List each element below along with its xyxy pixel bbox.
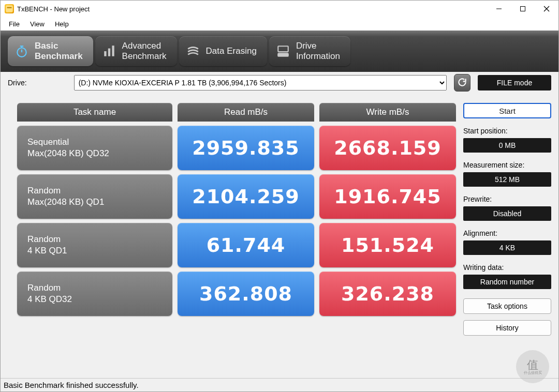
status-text: Basic Benchmark finished successfully.: [4, 381, 139, 389]
file-mode-button[interactable]: FILE mode: [478, 75, 551, 91]
write-value: 326.238: [319, 272, 456, 316]
task-line1: Random: [27, 234, 162, 245]
task-cell: Random 4 KB QD32: [17, 272, 172, 316]
header-row: Task name Read mB/s Write mB/s: [17, 103, 456, 122]
drive-select[interactable]: (D:) NVMe KIOXIA-EXCERIA P 1.81 TB (3,90…: [74, 75, 447, 91]
close-button[interactable]: [535, 1, 558, 17]
measurement-size-value[interactable]: 512 MB: [463, 172, 551, 187]
svg-rect-10: [104, 51, 106, 56]
nav-label: Information: [296, 51, 340, 62]
prewrite-value[interactable]: Disabled: [463, 206, 551, 221]
drive-row: Drive: (D:) NVMe KIOXIA-EXCERIA P 1.81 T…: [1, 72, 558, 94]
results-panel: Task name Read mB/s Write mB/s Sequentia…: [17, 103, 456, 374]
read-value: 2959.835: [178, 126, 314, 170]
start-button[interactable]: Start: [463, 103, 551, 118]
svg-rect-3: [521, 7, 525, 11]
start-position-value[interactable]: 0 MB: [463, 138, 551, 153]
erase-icon: [186, 44, 200, 58]
task-cell: Random 4 KB QD1: [17, 223, 172, 267]
menu-bar: File View Help: [1, 17, 558, 31]
svg-rect-0: [6, 5, 13, 12]
title-bar: TxBENCH - New project: [1, 1, 558, 17]
task-options-button[interactable]: Task options: [463, 298, 551, 314]
history-button[interactable]: History: [463, 320, 551, 336]
app-icon: [5, 4, 14, 13]
write-value: 151.524: [319, 223, 456, 267]
read-value: 2104.259: [178, 174, 314, 219]
task-line2: 4 KB QD32: [27, 294, 162, 305]
writing-data-label: Writing data:: [463, 263, 551, 272]
tab-advanced-benchmark[interactable]: AdvancedBenchmark: [95, 36, 177, 66]
app-window: TxBENCH - New project File View Help Bas…: [0, 0, 559, 392]
alignment-value[interactable]: 4 KB: [463, 240, 551, 255]
task-cell: Random Max(2048 KB) QD1: [17, 174, 172, 219]
task-line1: Random: [27, 185, 162, 197]
nav-label: Basic: [35, 41, 83, 51]
bar-chart-icon: [102, 44, 116, 58]
status-bar: Basic Benchmark finished successfully.: [1, 378, 558, 391]
task-cell: Sequential Max(2048 KB) QD32: [17, 126, 172, 170]
refresh-icon: [457, 77, 467, 89]
menu-file[interactable]: File: [4, 19, 25, 29]
header-write: Write mB/s: [319, 103, 456, 122]
tab-drive-information[interactable]: DriveInformation: [269, 36, 350, 66]
svg-rect-11: [108, 49, 110, 56]
task-line2: Max(2048 KB) QD32: [27, 148, 162, 159]
svg-point-15: [286, 54, 287, 55]
result-row: Random Max(2048 KB) QD1 2104.259 1916.74…: [17, 174, 456, 219]
result-row: Random 4 KB QD32 362.808 326.238: [17, 272, 456, 316]
side-panel: Start Start position: 0 MB Measurement s…: [463, 103, 551, 374]
prewrite-label: Prewrite:: [463, 195, 551, 203]
tab-basic-benchmark[interactable]: BasicBenchmark: [8, 36, 93, 66]
window-controls: [487, 1, 558, 17]
task-line2: 4 KB QD1: [27, 245, 162, 257]
header-read: Read mB/s: [178, 103, 314, 122]
drive-icon: [276, 44, 290, 58]
menu-view[interactable]: View: [25, 19, 50, 29]
task-line1: Random: [27, 282, 162, 294]
svg-point-6: [17, 48, 26, 57]
nav-label: Data Erasing: [206, 46, 257, 56]
nav-label: Advanced: [122, 41, 167, 51]
tab-data-erasing[interactable]: Data Erasing: [179, 36, 267, 66]
minimize-button[interactable]: [487, 1, 511, 17]
measurement-size-label: Measurement size:: [463, 161, 551, 169]
refresh-button[interactable]: [454, 74, 470, 92]
nav-label: Benchmark: [122, 51, 167, 62]
maximize-button[interactable]: [511, 1, 535, 17]
alignment-label: Alignment:: [463, 229, 551, 237]
start-position-label: Start position:: [463, 127, 551, 135]
write-value: 2668.159: [319, 126, 456, 170]
svg-rect-1: [7, 7, 12, 8]
stopwatch-icon: [15, 44, 28, 58]
task-line1: Sequential: [27, 137, 162, 148]
main-content: Task name Read mB/s Write mB/s Sequentia…: [1, 94, 558, 378]
result-row: Sequential Max(2048 KB) QD32 2959.835 26…: [17, 126, 456, 170]
nav-label: Benchmark: [35, 51, 83, 62]
task-line2: Max(2048 KB) QD1: [27, 197, 162, 208]
window-title: TxBENCH - New project: [17, 5, 90, 13]
write-value: 1916.745: [319, 174, 456, 219]
nav-strip: BasicBenchmark AdvancedBenchmark Data Er…: [1, 31, 558, 72]
nav-label: Drive: [296, 41, 340, 51]
svg-rect-13: [278, 46, 288, 52]
read-value: 61.744: [178, 223, 314, 267]
menu-help[interactable]: Help: [50, 19, 74, 29]
svg-rect-12: [112, 46, 114, 56]
writing-data-value[interactable]: Random number: [463, 275, 551, 289]
result-row: Random 4 KB QD1 61.744 151.524: [17, 223, 456, 267]
read-value: 362.808: [178, 272, 314, 316]
body-area: Drive: (D:) NVMe KIOXIA-EXCERIA P 1.81 T…: [1, 72, 558, 391]
header-task: Task name: [17, 103, 172, 122]
drive-label: Drive:: [8, 79, 67, 87]
